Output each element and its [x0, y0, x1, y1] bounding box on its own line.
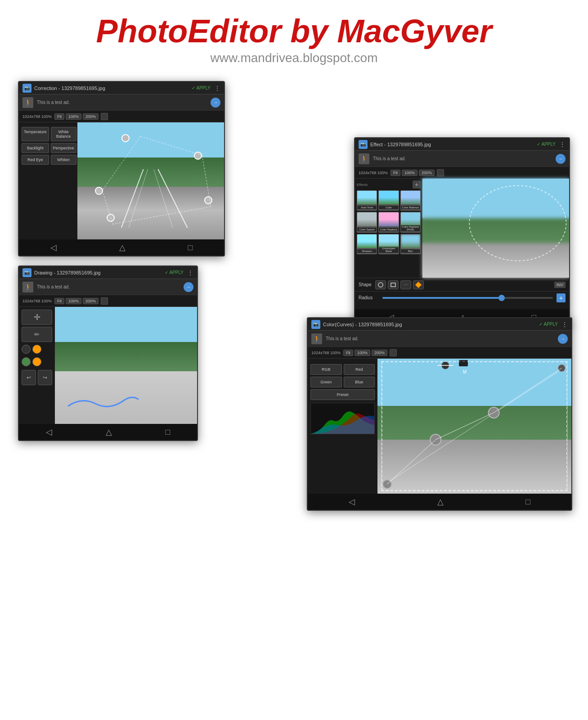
handle-bl[interactable]: [107, 214, 115, 222]
shape-diamond-btn[interactable]: [413, 280, 424, 289]
backlight-btn[interactable]: Backlight: [22, 143, 49, 153]
handle-ml[interactable]: [95, 187, 103, 195]
preset-btn[interactable]: Preset: [310, 389, 375, 400]
handle-br[interactable]: [204, 196, 212, 204]
screen2-200-btn[interactable]: 200%: [419, 170, 435, 176]
screen3-more-btn[interactable]: ⋮: [187, 269, 193, 276]
screen4-ad-icon: 🚶: [311, 333, 322, 344]
drawing-screen: 📷 Drawing - 1329789851695.jpg ✓ APPLY ⋮ …: [18, 266, 198, 441]
thumb-colorsplash[interactable]: Color Splash: [357, 212, 377, 232]
screen1-more-btn[interactable]: ⋮: [214, 85, 220, 92]
screen4-100-btn[interactable]: 100%: [355, 350, 370, 356]
svg-line-5: [121, 169, 144, 228]
screen3-topbar: 📷 Drawing - 1329789851695.jpg ✓ APPLY ⋮: [19, 266, 197, 279]
shape-dots-btn[interactable]: ···: [400, 280, 411, 289]
screen3-apply-btn[interactable]: ✓ APPLY: [165, 270, 184, 275]
thumb-colorreplace[interactable]: Color Replace: [378, 212, 399, 232]
screen3-left-panel: ✛ ✏ ↩ ↪: [19, 307, 55, 424]
app-subtitle: www.mandrivea.blogspot.com: [9, 51, 579, 65]
screen1-200-btn[interactable]: 200%: [83, 113, 99, 120]
thumb-autotone[interactable]: Auto Tone: [357, 190, 377, 211]
screen1-back-btn[interactable]: [50, 243, 57, 252]
screen4-ad-text: This is a test ad.: [326, 336, 558, 341]
screen1-100-btn[interactable]: 100%: [66, 113, 81, 120]
screen1-recent-btn[interactable]: [188, 243, 193, 252]
color2-swatch[interactable]: [22, 357, 31, 366]
screen4-ad-btn[interactable]: →: [558, 334, 568, 344]
temperature-btn[interactable]: Temperature: [22, 127, 49, 141]
screen2-title: Effect - 1329789851695.jpg: [370, 142, 537, 147]
thumb-colorreplace-label: Color Replace: [379, 228, 398, 231]
handle-tl[interactable]: [121, 134, 130, 142]
screen1-ad-btn[interactable]: →: [211, 98, 220, 108]
fg-color-swatch[interactable]: [22, 345, 31, 354]
thumb-colorreplacergb[interactable]: Color Replace (RGB): [400, 212, 421, 232]
svg-line-4: [112, 207, 211, 224]
handle-tr[interactable]: [194, 152, 202, 160]
red-btn[interactable]: Red: [344, 364, 375, 375]
screen2-camera-icon: 📷: [359, 140, 368, 149]
drawing-overlay: [55, 307, 197, 424]
screen3-home-btn[interactable]: [106, 427, 112, 437]
screen4-recent-btn[interactable]: [525, 497, 530, 507]
thumb-color[interactable]: Color: [378, 190, 399, 211]
perspective-btn[interactable]: Perspective: [51, 143, 76, 153]
thumb-blur[interactable]: Blur: [400, 234, 421, 254]
redo-btn[interactable]: ↪: [38, 370, 52, 385]
screen3-200-btn[interactable]: 200%: [83, 298, 99, 304]
radius-plus-btn[interactable]: +: [557, 293, 566, 302]
blue-btn[interactable]: Blue: [344, 377, 375, 387]
whiten-btn[interactable]: Whiten: [51, 155, 76, 165]
color3-swatch[interactable]: [32, 357, 41, 366]
screen3-ad-btn[interactable]: →: [184, 282, 193, 292]
screen1-left-panel: Temperature White Balance Backlight Pers…: [19, 122, 77, 239]
svg-point-12: [430, 434, 441, 445]
screen1-apply-btn[interactable]: ✓ APPLY: [192, 86, 211, 90]
screen3-zoom-row: 1024x768 100% Fit 100% 200%: [19, 295, 197, 307]
screen4-home-btn[interactable]: [437, 497, 444, 507]
screen2-apply-btn[interactable]: ✓ APPLY: [537, 142, 556, 147]
screen1-ad-icon: 🚶: [22, 97, 33, 108]
inv-btn[interactable]: INV: [554, 282, 566, 288]
move-tool-btn[interactable]: ✛: [22, 310, 52, 325]
thumb-unsharpen[interactable]: Unsharpen Mask: [378, 234, 399, 254]
screen1-title: Correction - 1329789851695.jpg: [34, 86, 192, 91]
shape-circle-btn[interactable]: [375, 280, 386, 289]
svg-line-7: [129, 169, 148, 228]
thumb-color-label: Color: [379, 206, 398, 209]
screen3-recent-btn[interactable]: [166, 428, 171, 437]
screen2-more-btn[interactable]: ⋮: [559, 141, 566, 148]
screen3-back-btn[interactable]: [46, 427, 52, 437]
screen2-100-btn[interactable]: 100%: [402, 170, 417, 176]
header: PhotoEditor by MacGyver www.mandrivea.bl…: [0, 0, 588, 70]
screen3-fit-btn[interactable]: Fit: [54, 298, 64, 304]
screen4-back-btn[interactable]: [349, 497, 355, 507]
screen4-200-btn[interactable]: 200%: [372, 350, 387, 356]
green-btn[interactable]: Green: [310, 377, 342, 387]
screen2-add-btn[interactable]: +: [413, 180, 421, 189]
screen4-apply-btn[interactable]: ✓ APPLY: [539, 322, 558, 327]
screen3-100-btn[interactable]: 100%: [66, 298, 81, 304]
screen4-more-btn[interactable]: ⋮: [561, 321, 568, 328]
svg-line-0: [140, 136, 202, 155]
thumb-colorbalance[interactable]: Color Balance: [400, 190, 421, 211]
screen4-fit-btn[interactable]: Fit: [343, 350, 353, 356]
thumb-sharpen-label: Sharpen: [357, 249, 377, 253]
undo-btn[interactable]: ↩: [22, 370, 36, 385]
radius-slider[interactable]: [382, 297, 553, 299]
screen1-home-btn[interactable]: [119, 243, 126, 252]
screen1-fit-btn[interactable]: Fit: [54, 113, 64, 120]
screen1-camera-icon: 📷: [22, 84, 31, 93]
red-eye-btn[interactable]: Red Eye: [22, 155, 49, 165]
thumb-sharpen[interactable]: Sharpen: [357, 234, 377, 254]
screen2-image: [422, 179, 569, 278]
white-balance-btn[interactable]: White Balance: [51, 127, 76, 141]
radius-slider-thumb[interactable]: [498, 295, 505, 301]
pen-tool-btn[interactable]: ✏: [22, 327, 52, 342]
screen2-fit-btn[interactable]: Fit: [391, 170, 400, 176]
shape-rect-btn[interactable]: [388, 280, 399, 289]
app-title: PhotoEditor by MacGyver: [9, 14, 579, 49]
brush-size-btn[interactable]: [32, 345, 41, 354]
screen2-ad-btn[interactable]: →: [556, 154, 566, 164]
rgb-btn[interactable]: RGB: [310, 364, 342, 375]
